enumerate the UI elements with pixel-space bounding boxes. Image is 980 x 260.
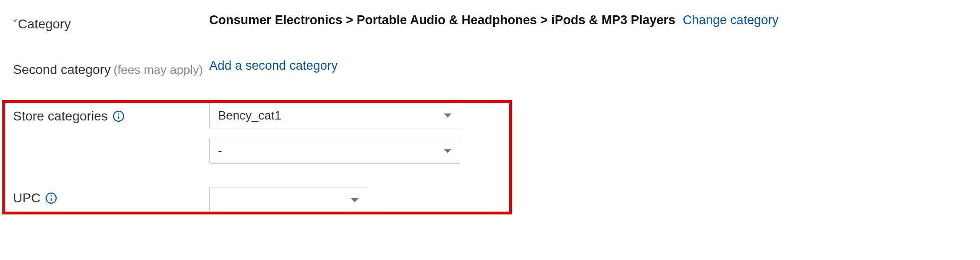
store-category-select-1-value: Bency_cat1 — [218, 108, 281, 123]
label-second-category: Second category (fees may apply) — [0, 59, 209, 81]
chevron-down-icon — [444, 149, 451, 153]
add-second-category-link[interactable]: Add a second category — [209, 59, 338, 73]
label-store-categories-text: Store categories — [13, 109, 108, 124]
row-category: * Category Consumer Electronics > Portab… — [0, 13, 980, 35]
value-upc — [209, 187, 980, 213]
second-category-note: (fees may apply) — [113, 63, 203, 77]
category-path: Consumer Electronics > Portable Audio & … — [209, 13, 675, 27]
store-category-select-2-value: - — [218, 144, 222, 158]
info-icon[interactable] — [45, 192, 57, 204]
label-category-text: Category — [18, 17, 71, 32]
svg-point-4 — [51, 195, 52, 197]
chevron-down-icon — [351, 198, 358, 202]
required-asterisk: * — [13, 16, 17, 28]
page-root: * Category Consumer Electronics > Portab… — [0, 0, 980, 260]
label-store-categories: Store categories — [0, 102, 209, 125]
store-category-select-1[interactable]: Bency_cat1 — [209, 102, 460, 128]
label-second-category-text: Second category — [13, 62, 111, 77]
label-upc: UPC — [0, 187, 209, 209]
row-upc: UPC — [0, 187, 980, 213]
svg-point-1 — [118, 113, 119, 115]
value-second-category: Add a second category — [209, 59, 980, 73]
row-store-categories: Store categories Bency_cat1 - — [0, 102, 980, 164]
store-category-select-2[interactable]: - — [209, 138, 460, 164]
change-category-link[interactable]: Change category — [683, 13, 779, 27]
info-icon[interactable] — [113, 110, 125, 122]
value-store-categories: Bency_cat1 - — [209, 102, 980, 164]
value-category: Consumer Electronics > Portable Audio & … — [209, 13, 980, 27]
store-categories-selects: Bency_cat1 - — [209, 102, 460, 164]
upc-select[interactable] — [209, 187, 367, 213]
chevron-down-icon — [444, 113, 451, 118]
row-second-category: Second category (fees may apply) Add a s… — [0, 59, 980, 81]
label-upc-text: UPC — [13, 191, 40, 206]
label-category: * Category — [0, 13, 209, 35]
